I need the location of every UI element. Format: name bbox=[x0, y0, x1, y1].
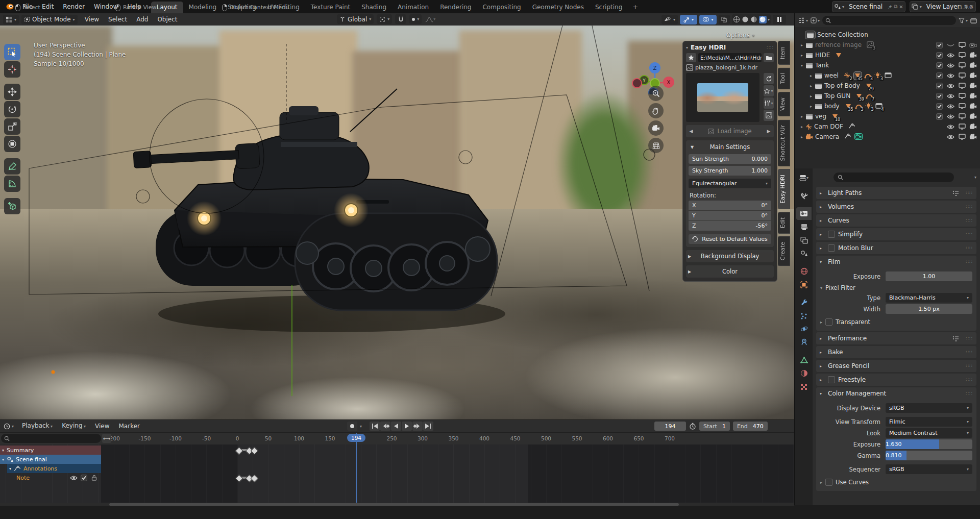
perspective-toggle-button[interactable] bbox=[648, 138, 664, 153]
outliner-filter-button[interactable]: ▾ bbox=[959, 18, 968, 23]
timeline-ruler[interactable]: -200-150-100-500501001502503003504004505… bbox=[0, 433, 794, 445]
refresh-button[interactable] bbox=[764, 73, 774, 84]
eye-toggle[interactable] bbox=[947, 133, 954, 141]
channel-scene-final[interactable]: ▾Scene final bbox=[0, 455, 101, 464]
workspace-tab-geometry-nodes[interactable]: Geometry Nodes bbox=[527, 2, 590, 13]
outliner-row[interactable]: ▸weel23533 bbox=[795, 70, 980, 81]
eye-toggle[interactable] bbox=[947, 103, 954, 110]
new-collection-button[interactable] bbox=[970, 17, 977, 23]
screen-toggle[interactable] bbox=[958, 72, 966, 80]
properties-tab-scene[interactable] bbox=[796, 247, 812, 260]
camera-toggle[interactable] bbox=[969, 72, 977, 80]
rotation-x-field[interactable]: X0° bbox=[689, 201, 771, 210]
hdri-preview-box[interactable] bbox=[686, 73, 760, 122]
shading-rendered-button[interactable] bbox=[759, 16, 767, 23]
camera-toggle[interactable] bbox=[969, 113, 977, 120]
camera-toggle[interactable] bbox=[969, 82, 977, 90]
outliner-row[interactable]: ▸body35334 bbox=[795, 101, 980, 111]
screen-toggle[interactable] bbox=[958, 52, 966, 59]
prev-hdri-button[interactable]: ◀ bbox=[686, 127, 696, 136]
sequencer-dropdown[interactable]: sRGB▾ bbox=[886, 464, 972, 474]
pause-render-button[interactable] bbox=[773, 15, 786, 24]
sidebar-tab-create[interactable]: Create bbox=[778, 236, 790, 266]
show-gizmo-button[interactable]: ▾ bbox=[662, 15, 678, 24]
editor-type-button[interactable]: ▾ bbox=[3, 15, 19, 24]
outliner-item-label[interactable]: Scene Collection bbox=[817, 31, 868, 38]
camera-off-toggle[interactable] bbox=[969, 41, 977, 49]
shading-wireframe-button[interactable] bbox=[733, 16, 741, 23]
expand-icon[interactable]: ▸ bbox=[807, 84, 815, 88]
expand-icon[interactable]: ▸ bbox=[820, 480, 822, 485]
outliner-item-label[interactable]: Tank bbox=[815, 62, 829, 69]
outliner-row[interactable]: ▸HIDE bbox=[795, 50, 980, 60]
properties-tab-world[interactable] bbox=[796, 265, 812, 278]
drag-dots-icon[interactable]: ∷∷ bbox=[966, 232, 973, 237]
falloff-curve-icon[interactable]: ▾ bbox=[425, 14, 436, 24]
cm-exposure-slider[interactable]: 1.630 bbox=[886, 439, 972, 449]
options-dropdown[interactable]: Options▾ bbox=[726, 32, 754, 39]
favorite-star-button[interactable] bbox=[686, 53, 696, 62]
proportional-editing-button[interactable]: ▾ bbox=[409, 14, 422, 24]
expand-icon[interactable]: ▸ bbox=[820, 205, 825, 209]
camera-toggle[interactable] bbox=[969, 92, 977, 100]
preset-icon[interactable] bbox=[952, 336, 959, 341]
channel-note[interactable]: Note bbox=[14, 473, 101, 482]
transform-tool[interactable] bbox=[4, 136, 20, 152]
channel-summary[interactable]: ▾Summary bbox=[0, 446, 101, 455]
viewport-menu-object[interactable]: Object bbox=[153, 13, 182, 26]
snap-magnet-button[interactable] bbox=[395, 14, 406, 24]
viewport-menu-view[interactable]: View bbox=[80, 13, 104, 26]
camera-toggle[interactable] bbox=[969, 52, 977, 59]
drag-dots-icon[interactable]: ∷∷ bbox=[966, 336, 973, 341]
channel-annotations[interactable]: ▾Annotations bbox=[7, 464, 101, 473]
prev-keyframe-button[interactable] bbox=[380, 422, 390, 431]
properties-tab-modifiers[interactable] bbox=[796, 296, 812, 309]
favorites-menu-button[interactable]: ▾ bbox=[764, 85, 774, 96]
jump-to-start-button[interactable] bbox=[370, 422, 380, 431]
unlink-scene-icon[interactable]: ✕ bbox=[899, 4, 903, 10]
properties-tab-material[interactable] bbox=[796, 367, 812, 380]
expand-icon[interactable]: ▸ bbox=[820, 378, 825, 382]
collapse-icon[interactable]: ▾ bbox=[2, 457, 4, 462]
collapse-icon[interactable]: ▾ bbox=[820, 260, 825, 264]
viewport-menu-add[interactable]: Add bbox=[132, 13, 153, 26]
check-toggle[interactable] bbox=[936, 92, 943, 100]
look-dropdown[interactable]: Medium Contrast▾ bbox=[886, 428, 972, 438]
outliner-row[interactable]: ▸Top GUN397 bbox=[795, 91, 980, 101]
outliner-item-label[interactable]: Camera bbox=[815, 133, 839, 140]
outliner-item-label[interactable]: HIDE bbox=[815, 52, 830, 59]
properties-tab-view-layer[interactable] bbox=[796, 234, 812, 246]
end-frame-field[interactable]: End470 bbox=[733, 422, 768, 431]
transparent-checkbox[interactable] bbox=[825, 318, 832, 326]
scene-selector[interactable]: ▾ Scene final 📌︎ ⧉ ✕ bbox=[832, 1, 905, 12]
eye-toggle[interactable] bbox=[947, 72, 954, 80]
cursor-tool[interactable] bbox=[4, 61, 20, 78]
screen-toggle[interactable] bbox=[958, 41, 966, 49]
expand-icon[interactable]: ▸ bbox=[820, 350, 825, 355]
drag-dots-icon[interactable]: ∷∷ bbox=[966, 218, 973, 223]
pin-icon[interactable]: 📌︎ bbox=[887, 4, 892, 10]
workspace-tab-animation[interactable]: Animation bbox=[392, 2, 434, 13]
projection-dropdown[interactable]: Equirectangular▾ bbox=[689, 179, 771, 188]
sidebar-tab-easy-hdri[interactable]: Easy HDRI bbox=[778, 169, 790, 209]
section-header[interactable]: ▸Curves∷∷ bbox=[816, 214, 976, 227]
xray-toggle[interactable] bbox=[719, 15, 730, 24]
eye-toggle[interactable] bbox=[947, 123, 954, 131]
outliner-search-field[interactable] bbox=[822, 16, 956, 25]
properties-tab-particles[interactable] bbox=[796, 309, 812, 322]
section-header[interactable]: ▾Color Management∷∷ bbox=[816, 387, 976, 400]
check-toggle[interactable] bbox=[936, 62, 943, 69]
playhead-frame-badge[interactable]: 194 bbox=[347, 434, 365, 442]
collapse-icon[interactable]: ▾ bbox=[9, 466, 11, 471]
check-toggle[interactable] bbox=[936, 72, 943, 80]
play-button[interactable] bbox=[402, 422, 412, 431]
expand-icon[interactable]: ▸ bbox=[798, 43, 805, 47]
keying-dropdown[interactable]: ▾ bbox=[358, 424, 363, 429]
outliner-item-label[interactable]: Top GUN bbox=[824, 92, 850, 100]
add-cube-tool[interactable] bbox=[4, 198, 20, 214]
outliner-row[interactable]: ▸refrence image3 bbox=[795, 40, 980, 50]
check-toggle[interactable] bbox=[936, 82, 943, 90]
timeline-scrollbar[interactable] bbox=[109, 503, 679, 506]
tools-menu-button[interactable]: ▾ bbox=[764, 97, 774, 109]
new-scene-icon[interactable]: ⧉ bbox=[894, 4, 897, 10]
